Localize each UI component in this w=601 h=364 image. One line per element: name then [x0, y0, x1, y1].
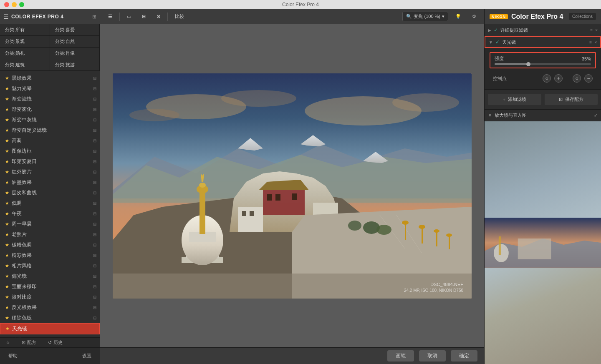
cat-architecture[interactable]: 分类:建筑 — [0, 59, 50, 71]
close-button[interactable] — [4, 2, 9, 7]
panel-icon[interactable]: ⊞ — [92, 14, 96, 20]
confirm-button[interactable]: 确定 — [451, 350, 477, 361]
minimize-button[interactable] — [12, 2, 17, 7]
maximize-button[interactable] — [19, 2, 24, 7]
control-points-row: 控制点 ○ + ○ − — [490, 72, 596, 85]
filter-item[interactable]: ★油墨效果⊟ — [0, 177, 100, 188]
filter-item[interactable]: ★渐变中灰镜⊟ — [0, 115, 100, 125]
add-filter-button[interactable]: + 添加滤镜 — [488, 94, 541, 105]
filter-item[interactable]: ★淡对比度⊟ — [0, 292, 100, 302]
menu-lines-icon[interactable]: ≡ — [590, 28, 593, 33]
filter-item[interactable]: ★低调⊟ — [0, 198, 100, 208]
zoom-icon: 🔍 — [406, 14, 412, 19]
cat-favorites[interactable]: 分类:喜爱 — [50, 24, 100, 36]
filter-item[interactable]: ★午夜⊟ — [0, 208, 100, 219]
section-menu: ≡ × — [590, 28, 598, 33]
add-control-point-button[interactable]: ○ — [543, 74, 551, 83]
recipe-icon: ⊡ — [22, 340, 25, 345]
photo-frame: DSC_4884.NEF 24.2 MP, ISO 100, NIKON D75… — [113, 73, 472, 299]
app-title: COLOR EFEX PRO 4 — [11, 14, 63, 20]
filter-item[interactable]: ★相片风格⊟ — [0, 261, 100, 271]
svg-rect-19 — [292, 193, 297, 200]
panel-toggle-button[interactable]: ☰ — [104, 12, 116, 21]
filter-item[interactable]: ★宝丽来移印⊟ — [0, 281, 100, 292]
svg-point-42 — [376, 225, 391, 235]
view-single-button[interactable]: ▭ — [123, 12, 135, 21]
view-split-v-button[interactable]: ⊠ — [153, 12, 164, 21]
filter-item[interactable]: ★高调⊟ — [0, 136, 100, 146]
settings-button[interactable]: 设置 — [79, 351, 95, 361]
tab-history[interactable]: ↺ 历史 — [42, 338, 68, 347]
view-split-h-button[interactable]: ⊟ — [138, 12, 149, 21]
collections-button[interactable]: Collections — [569, 13, 596, 20]
cat-wedding[interactable]: 分类:婚礼 — [0, 48, 50, 59]
tab-favorites[interactable]: ☆ — [0, 338, 16, 347]
cat-travel[interactable]: 分类:旅游 — [50, 59, 100, 71]
filter-item[interactable]: ★移除色板⊟ — [0, 313, 100, 323]
remove-control-point-button[interactable]: ○ — [573, 74, 581, 83]
control-point-add-icon[interactable]: + — [554, 74, 563, 83]
bottom-tabs: ☆ ⊡ 配方 ↺ 历史 — [0, 337, 100, 347]
svg-rect-44 — [113, 274, 472, 299]
help-button[interactable]: 帮助 — [5, 351, 21, 361]
cat-landscape[interactable]: 分类:景观 — [0, 36, 50, 48]
brush-button[interactable]: 画笔 — [387, 350, 414, 361]
filter-item[interactable]: ★魅力光晕⊟ — [0, 83, 100, 94]
slider-thumb[interactable] — [526, 62, 530, 66]
control-point-remove-icon[interactable]: − — [584, 74, 593, 83]
close-icon[interactable]: × — [595, 28, 598, 33]
svg-rect-39 — [449, 236, 450, 249]
bulb-icon[interactable]: 💡 — [452, 12, 465, 21]
cancel-button[interactable]: 取消 — [419, 350, 446, 361]
cat-portrait[interactable]: 分类:肖像 — [50, 48, 100, 59]
filter-item[interactable]: ★印第安夏日⊟ — [0, 156, 100, 167]
sky-filter-label: 天光镜 — [502, 39, 516, 45]
svg-point-40 — [446, 233, 452, 237]
magnifier-label: 放大镜与直方图 — [495, 112, 527, 118]
left-actions: 帮助 设置 — [0, 347, 100, 364]
cat-all[interactable]: 分类:所有 — [0, 24, 50, 36]
filter-item[interactable]: ★图像边框⊟ — [0, 146, 100, 156]
expand-icon[interactable]: ⤢ — [594, 113, 598, 118]
zoom-control[interactable]: 🔍 变焦 (100 %) ▾ — [402, 12, 448, 21]
filter-item[interactable]: ★偏光镜⊟ — [0, 271, 100, 281]
close-icon[interactable]: × — [594, 40, 597, 45]
separator — [119, 13, 120, 21]
menu-icon[interactable]: ☰ — [3, 13, 9, 20]
gear-icon[interactable]: ⚙ — [468, 12, 480, 21]
cat-natural[interactable]: 分类:自然 — [50, 36, 100, 48]
filter-item[interactable]: ★反光板效果⊟ — [0, 302, 100, 313]
tab-recipe[interactable]: ⊡ 配方 — [16, 338, 42, 347]
zoom-label: 变焦 (100 %) — [414, 13, 440, 20]
svg-rect-20 — [242, 211, 246, 216]
svg-rect-26 — [199, 190, 205, 234]
intensity-label: 强度 — [495, 55, 578, 62]
compare-button[interactable]: 比较 — [171, 11, 188, 22]
sky-filter-header[interactable]: ▼ ✓ 天光镜 ≡ × — [485, 36, 601, 48]
sky-filter-content: 强度 35% 控制点 ○ + — [485, 48, 601, 89]
filter-item[interactable]: ★老照片⊟ — [0, 229, 100, 240]
intensity-slider[interactable] — [495, 63, 591, 65]
save-recipe-button[interactable]: ⊡ 保存配方 — [545, 94, 598, 105]
filter-item[interactable]: ★粉彩效果⊟ — [0, 250, 100, 261]
filter-item[interactable]: ★渐变滤镜⊟ — [0, 94, 100, 104]
control-points-label: 控制点 — [493, 75, 539, 82]
filter-item[interactable]: ★渐变自定义滤镜⊟ — [0, 125, 100, 136]
left-panel: ☰ COLOR EFEX PRO 4 ⊞ 分类:所有 分类:喜爱 分类:景观 分… — [0, 9, 100, 364]
filter-item[interactable]: ★周一早晨⊟ — [0, 219, 100, 229]
intensity-control: 强度 35% — [490, 52, 596, 68]
filter-item[interactable]: ★层次和曲线⊟ — [0, 188, 100, 198]
filter-item[interactable]: ★碳粉色调⊟ — [0, 240, 100, 250]
magnifier-header[interactable]: ▼ 放大镜与直方图 ⤢ — [485, 110, 601, 121]
filter-item[interactable]: ★渐变雾化⊟ — [0, 104, 100, 115]
filter-item[interactable]: ★过曝⊟ — [0, 334, 100, 337]
right-panel: NIKON Color Efex Pro 4 Collections ▶ ✓ 详… — [484, 9, 601, 364]
filter-sky-active[interactable]: ★天光镜 — [0, 323, 100, 334]
menu-lines-icon[interactable]: ≡ — [589, 40, 592, 45]
detail-extract-header[interactable]: ▶ ✓ 详细提取滤镜 ≡ × — [485, 24, 601, 36]
image-bar: 画笔 取消 确定 — [100, 347, 484, 364]
main-container: ☰ COLOR EFEX PRO 4 ⊞ 分类:所有 分类:喜爱 分类:景观 分… — [0, 9, 601, 364]
filter-item[interactable]: ★黑绿效果⊟ — [0, 73, 100, 83]
filter-item[interactable]: ★红外胶片⊟ — [0, 167, 100, 177]
svg-rect-49 — [518, 238, 551, 259]
